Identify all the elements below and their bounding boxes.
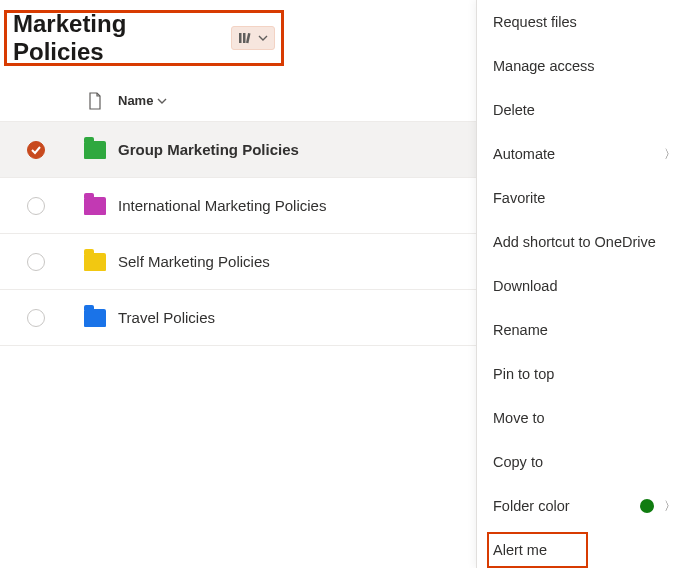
menu-move-to[interactable]: Move to — [477, 396, 692, 440]
row-select[interactable] — [16, 197, 56, 215]
svg-rect-2 — [246, 33, 251, 43]
menu-request-files[interactable]: Request files — [477, 0, 692, 44]
menu-favorite[interactable]: Favorite — [477, 176, 692, 220]
name-column-header[interactable]: Name — [118, 93, 167, 108]
menu-pin-to-top[interactable]: Pin to top — [477, 352, 692, 396]
row-select[interactable] — [16, 309, 56, 327]
menu-alert-me[interactable]: Alert me — [477, 528, 692, 568]
context-menu: Request files Manage access Delete Autom… — [476, 0, 692, 568]
library-switcher-button[interactable] — [231, 26, 275, 50]
menu-copy-to[interactable]: Copy to — [477, 440, 692, 484]
folder-icon — [72, 141, 118, 159]
menu-folder-color[interactable]: Folder color 〉 — [477, 484, 692, 528]
svg-rect-0 — [239, 33, 242, 43]
library-title-header: Marketing Policies — [4, 10, 284, 66]
folder-icon — [72, 309, 118, 327]
library-icon — [238, 30, 254, 46]
folder-color-preview — [640, 499, 654, 513]
file-type-column-icon[interactable] — [72, 92, 118, 110]
menu-manage-access[interactable]: Manage access — [477, 44, 692, 88]
chevron-down-icon — [258, 33, 268, 43]
page-title: Marketing Policies — [13, 10, 221, 66]
folder-icon — [72, 253, 118, 271]
chevron-down-icon — [157, 96, 167, 106]
menu-automate[interactable]: Automate〉 — [477, 132, 692, 176]
menu-add-shortcut[interactable]: Add shortcut to OneDrive — [477, 220, 692, 264]
row-select[interactable] — [16, 253, 56, 271]
chevron-right-icon: 〉 — [664, 498, 676, 515]
checkmark-icon — [30, 144, 42, 156]
folder-icon — [72, 197, 118, 215]
menu-rename[interactable]: Rename — [477, 308, 692, 352]
menu-delete[interactable]: Delete — [477, 88, 692, 132]
menu-download[interactable]: Download — [477, 264, 692, 308]
chevron-right-icon: 〉 — [664, 146, 676, 163]
svg-rect-1 — [243, 33, 246, 43]
name-column-label: Name — [118, 93, 153, 108]
row-select[interactable] — [16, 141, 56, 159]
